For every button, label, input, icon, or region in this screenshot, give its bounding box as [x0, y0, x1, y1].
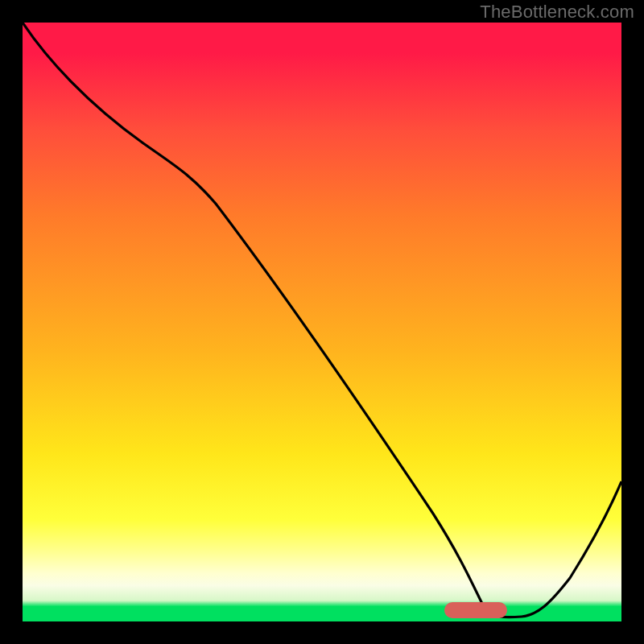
bottleneck-curve — [23, 23, 621, 617]
plot-area — [23, 23, 621, 621]
chart-frame: TheBottleneck.com — [0, 0, 644, 644]
watermark-text: TheBottleneck.com — [480, 2, 634, 23]
curve-svg — [23, 23, 621, 621]
optimal-marker — [444, 602, 507, 618]
